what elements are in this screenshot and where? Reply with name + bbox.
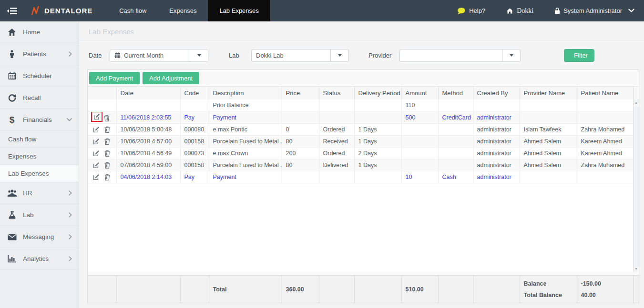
sidebar-toggle-button[interactable] xyxy=(0,0,25,21)
cell-amount: 500 xyxy=(401,111,438,123)
cell-method xyxy=(438,159,473,171)
edit-icon[interactable] xyxy=(93,126,100,133)
sidebar-item-home[interactable]: Home xyxy=(0,21,79,43)
column-header-created-by[interactable]: Created By xyxy=(473,87,520,100)
column-header-method[interactable]: Method xyxy=(438,87,473,100)
sidebar-item-analytics[interactable]: Analytics xyxy=(0,248,79,270)
sidebar-item-label: Financials xyxy=(23,116,52,123)
scroll-up-icon[interactable]: ▲ xyxy=(634,101,639,104)
tab-cash-flow[interactable]: Cash flow xyxy=(108,0,158,21)
column-header-status[interactable]: Status xyxy=(319,87,354,100)
chevron-down-icon xyxy=(628,9,634,13)
clinic-menu[interactable]: Dokki xyxy=(506,7,533,15)
cell-date: 10/06/2018 4:57:00 xyxy=(116,135,180,147)
lock-icon xyxy=(554,7,560,14)
help-chat-icon xyxy=(457,7,466,15)
cell-code: 000158 xyxy=(180,159,209,171)
column-header-date[interactable]: Date xyxy=(116,87,180,100)
add-payment-button[interactable]: Add Payment xyxy=(89,72,140,84)
column-header-actions[interactable] xyxy=(88,87,116,100)
date-dropdown-arrow[interactable] xyxy=(190,50,208,61)
help-link[interactable]: Help? xyxy=(457,7,485,15)
footer-actions-cell xyxy=(88,276,116,303)
column-header-description[interactable]: Description xyxy=(209,87,282,100)
cell-created-by: administrator xyxy=(473,147,520,159)
footer-balance-labels: Balance Total Balance xyxy=(520,276,577,303)
column-header-delivery-period[interactable]: Delivery Period xyxy=(354,87,401,100)
page-title: Lab Expenses xyxy=(89,28,134,36)
cell-amount xyxy=(401,135,438,147)
edit-icon[interactable] xyxy=(93,150,100,157)
column-header-provider-name[interactable]: Provider Name xyxy=(520,87,577,100)
scroll-down-icon[interactable]: ▼ xyxy=(634,267,639,270)
user-menu[interactable]: System Administrator xyxy=(554,7,634,14)
edit-icon[interactable] xyxy=(93,174,100,180)
grid-toolbar: Add Payment Add Adjustment xyxy=(88,70,639,86)
edit-icon[interactable] xyxy=(93,138,100,145)
cell-provider-name: Ahmed Salem xyxy=(520,159,577,171)
sidebar-item-cash-flow[interactable]: Cash flow xyxy=(0,131,79,148)
cell-provider-name: Islam Tawfeek xyxy=(520,123,577,135)
delete-icon[interactable] xyxy=(104,162,110,169)
sidebar-item-lab[interactable]: Lab xyxy=(0,204,79,226)
sidebar-item-patients[interactable]: Patients xyxy=(0,43,79,65)
sidebar-item-scheduler[interactable]: Scheduler xyxy=(0,65,79,87)
column-header-amount[interactable]: Amount xyxy=(401,87,438,100)
cell-status: Ordered xyxy=(319,123,354,135)
cell-code xyxy=(180,99,209,111)
column-header-patient-name[interactable]: Patient Name xyxy=(577,87,633,100)
edit-icon[interactable] xyxy=(93,113,100,120)
cell-description: Payment xyxy=(209,111,282,123)
tab-lab-expenses[interactable]: Lab Expenses xyxy=(208,0,270,21)
main-content: Lab Expenses Date Current Month Lab Dokk… xyxy=(79,21,644,308)
date-filter-label: Date xyxy=(89,49,102,62)
filter-button-label: Filter xyxy=(574,52,588,59)
cell-status xyxy=(319,111,354,123)
analytics-icon xyxy=(7,255,17,263)
grid-rows-table: Prior Balance11011/06/2018 2:03:55PayPay… xyxy=(88,99,634,183)
filter-button[interactable]: Filter xyxy=(564,49,594,62)
cell-price: 200 xyxy=(282,147,319,159)
brand-name: DENTALORE xyxy=(44,7,92,15)
sidebar-item-messaging[interactable]: Messaging xyxy=(0,226,79,248)
calendar-icon xyxy=(114,52,121,59)
column-header-code[interactable]: Code xyxy=(180,87,209,100)
lab-filter-select[interactable]: Dokki Lab xyxy=(251,49,349,62)
sidebar-item-lab-expenses[interactable]: Lab Expenses xyxy=(0,165,79,182)
sidebar-item-label: Scheduler xyxy=(23,72,52,79)
dentalore-logo-icon xyxy=(31,6,40,16)
sidebar-item-expenses[interactable]: Expenses xyxy=(0,148,79,165)
add-adjustment-button[interactable]: Add Adjustment xyxy=(143,72,199,84)
sidebar-item-financials[interactable]: $Financials xyxy=(0,109,79,131)
cell-method xyxy=(438,99,473,111)
delete-icon[interactable] xyxy=(104,150,110,157)
row-actions-cell xyxy=(88,135,116,147)
edit-icon[interactable] xyxy=(93,162,100,169)
lab-dropdown-arrow[interactable] xyxy=(330,50,348,61)
provider-filter-select[interactable] xyxy=(399,49,521,62)
cell-delivery-period: 1 Days xyxy=(354,123,401,135)
column-header-price[interactable]: Price xyxy=(282,87,319,100)
cell-delivery-period: 1 Days xyxy=(354,135,401,147)
cell-method xyxy=(438,123,473,135)
delete-icon[interactable] xyxy=(104,115,110,121)
delete-icon[interactable] xyxy=(104,126,110,133)
top-navbar: DENTALORE Cash flowExpensesLab Expenses … xyxy=(0,0,644,21)
delete-icon[interactable] xyxy=(104,174,110,180)
cell-date: 10/06/2018 4:56:49 xyxy=(116,147,180,159)
delete-icon[interactable] xyxy=(104,138,110,145)
tab-expenses[interactable]: Expenses xyxy=(158,0,208,21)
vertical-scrollbar[interactable]: ▲ ▼ xyxy=(633,99,639,272)
cell-amount: 10 xyxy=(401,171,438,183)
cell-method xyxy=(438,147,473,159)
cell-patient-name: Kareem Ahmed xyxy=(577,135,633,147)
cell-provider-name: Ahmed Salem xyxy=(520,147,577,159)
chevron-right-icon xyxy=(69,234,72,239)
sidebar-item-recall[interactable]: Recall xyxy=(0,87,79,109)
chevron-right-icon xyxy=(69,51,72,57)
provider-dropdown-arrow[interactable] xyxy=(502,50,520,61)
date-filter-select[interactable]: Current Month xyxy=(110,49,208,62)
sidebar-item-hr[interactable]: HR xyxy=(0,182,79,204)
cell-description: Prior Balance xyxy=(209,99,282,111)
patients-icon xyxy=(7,50,17,59)
